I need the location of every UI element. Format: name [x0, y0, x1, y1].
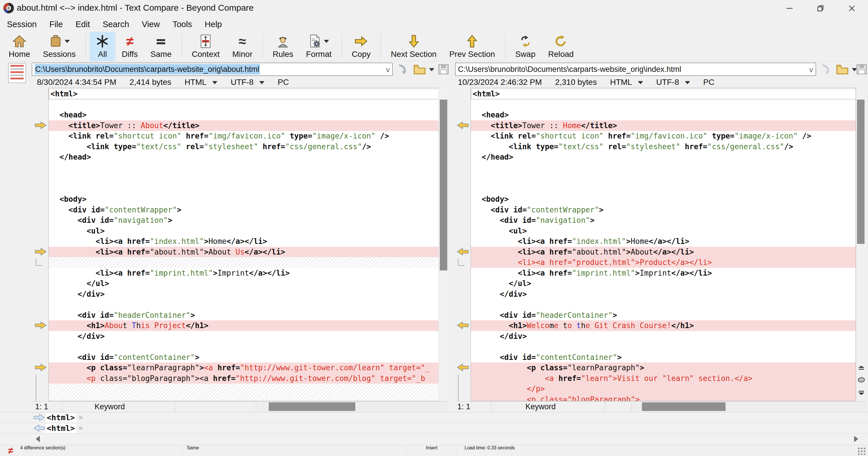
copy-to-right-arrow-icon[interactable] [34, 363, 47, 372]
code-line[interactable]: <li><a href="about.html">About</a></li> [471, 247, 856, 257]
right-vscroll-thumb[interactable] [857, 99, 865, 244]
right-hscroll-thumb[interactable] [642, 402, 725, 411]
left-encoding-select[interactable]: UTF-8 [231, 78, 253, 87]
code-line[interactable]: </div> [49, 331, 439, 342]
code-line[interactable]: <p class="learnParagraph"> [471, 363, 856, 373]
code-line[interactable]: </ul> [49, 278, 439, 289]
code-line[interactable]: <div id="contentContainer"> [471, 352, 856, 363]
code-line[interactable]: <link rel="shortcut icon" href="img/favi… [49, 131, 439, 141]
code-line[interactable]: </div> [471, 331, 856, 342]
toolbar-context-button[interactable]: Context [185, 32, 226, 61]
left-format-caret-icon[interactable] [212, 81, 217, 84]
code-line[interactable]: <a href="learn">Visit our "learn" sectio… [471, 373, 856, 384]
menu-search[interactable]: Search [96, 17, 135, 31]
code-line[interactable] [471, 99, 856, 110]
code-line[interactable]: <li><a href="index.html">Home</a></li> [471, 236, 856, 247]
restore-button[interactable] [807, 0, 834, 17]
toolbar-sessions-button[interactable]: Sessions [37, 32, 82, 61]
dropdown-caret-icon[interactable] [65, 40, 70, 43]
code-line[interactable]: </ul> [471, 278, 856, 289]
copy-to-right-arrow-icon[interactable] [34, 248, 47, 256]
code-line[interactable]: <li><a href="index.html">Home</a></li> [49, 236, 439, 247]
copy-to-left-arrow-icon[interactable] [456, 363, 469, 372]
code-line[interactable]: <title>Tower :: About</title> [49, 120, 439, 131]
toolbar-reload-button[interactable]: Reload [542, 32, 580, 61]
code-line[interactable]: <body> [471, 194, 856, 205]
toolbar-swap-button[interactable]: Swap [509, 32, 542, 61]
copy-to-left-arrow-icon[interactable] [456, 248, 469, 256]
left-goto-arrow-icon[interactable] [397, 63, 409, 76]
minimize-button[interactable] [776, 0, 803, 17]
code-line[interactable] [49, 341, 439, 352]
detail-row[interactable]: <html>¤ [0, 412, 868, 423]
left-hscroll-thumb[interactable] [269, 402, 355, 411]
code-line[interactable]: <li><a href="imprint.html">Imprint</a></… [49, 268, 439, 279]
code-line[interactable]: <p class="blogParagraph"> [471, 394, 856, 401]
code-line[interactable] [49, 163, 439, 173]
right-path-history-dropdown-icon[interactable]: v [806, 65, 816, 75]
left-path-history-dropdown-icon[interactable]: v [383, 65, 393, 75]
left-save-file-icon[interactable] [437, 63, 450, 76]
detail-row[interactable]: <html>¤ [0, 423, 868, 434]
code-line[interactable]: <div id="headerContainer"> [471, 310, 856, 321]
toolbar-all-button[interactable]: All [89, 32, 115, 61]
code-line[interactable]: <li><a href="imprint.html">Imprint</a></… [471, 268, 856, 279]
right-format-select[interactable]: HTML [610, 78, 632, 87]
left-browse-folder-icon[interactable] [413, 63, 426, 76]
code-line[interactable]: <p class="blogParagraph"><a href="http:/… [49, 373, 439, 384]
code-line[interactable]: <div id="navigation"> [49, 215, 439, 226]
detail-scroll-right-icon[interactable] [854, 436, 858, 442]
code-line[interactable]: <div id="navigation"> [471, 215, 856, 226]
toolbar-home-button[interactable]: Home [2, 32, 37, 61]
toolbar-diffs-button[interactable]: ≠Diffs [115, 32, 144, 61]
right-lineending-select[interactable]: PC [703, 78, 715, 87]
copy-to-right-arrow-icon[interactable] [34, 321, 47, 330]
code-line[interactable]: </div> [49, 289, 439, 300]
left-path-input[interactable]: C:\Users\brunobrito\Documents\carparts-w… [32, 63, 393, 76]
code-line[interactable]: <div id="contentWrapper"> [49, 205, 439, 215]
left-vscroll-thumb[interactable] [440, 99, 447, 270]
code-line[interactable]: </div> [471, 289, 856, 300]
right-browse-folder-icon[interactable] [836, 63, 849, 76]
left-lineending-select[interactable]: PC [278, 78, 289, 87]
left-vertical-scrollbar[interactable] [439, 87, 448, 401]
toolbar-prev-section-button[interactable]: Prev Section [443, 32, 501, 61]
dropdown-caret-icon[interactable] [324, 40, 329, 43]
code-line[interactable]: </p> [471, 383, 856, 394]
code-line[interactable] [471, 183, 856, 194]
code-line[interactable]: <ul> [49, 226, 439, 236]
detail-scroll-left-icon[interactable] [36, 436, 40, 442]
left-browse-caret-icon[interactable] [429, 68, 434, 71]
right-encoding-caret-icon[interactable] [685, 81, 690, 84]
code-line[interactable]: <head> [49, 110, 439, 120]
code-line[interactable]: <li><a href="about.html">About Us</a></l… [49, 247, 439, 257]
menu-session[interactable]: Session [1, 17, 43, 31]
right-horizontal-scrollbar[interactable] [632, 402, 866, 411]
right-encoding-select[interactable]: UTF-8 [656, 78, 679, 87]
right-goto-arrow-icon[interactable] [820, 63, 833, 76]
copy-to-left-arrow-icon[interactable] [456, 321, 469, 330]
code-line[interactable]: <li><a href="product.html">Product</a></… [471, 257, 856, 268]
right-save-file-icon[interactable] [855, 63, 868, 76]
menu-view[interactable]: View [135, 17, 166, 31]
prev-difference-icon[interactable] [857, 365, 866, 372]
left-code-pane[interactable]: <html> <head> <title>Tower :: About</tit… [49, 87, 439, 401]
current-position-icon[interactable] [857, 377, 866, 384]
toolbar-minor-button[interactable]: ≈Minor [226, 32, 259, 61]
code-line[interactable]: <div id="contentWrapper"> [471, 205, 856, 215]
code-line[interactable]: <body> [49, 194, 439, 205]
close-button[interactable] [838, 0, 865, 17]
code-line[interactable]: <p class="learnParagraph"><a href="http:… [49, 363, 439, 373]
right-code-pane[interactable]: <html> <head> <title>Tower :: Home</titl… [471, 87, 856, 401]
code-line[interactable] [49, 99, 439, 110]
code-line[interactable]: <h1>Welcome to the Git Crash Course!</h1… [471, 320, 856, 331]
code-line[interactable] [471, 163, 856, 173]
code-line[interactable]: <h1>About This Project</h1> [49, 320, 439, 331]
toolbar-format-button[interactable]: Format [300, 32, 338, 61]
code-line[interactable]: <link rel="shortcut icon" href="img/favi… [471, 131, 856, 141]
right-format-caret-icon[interactable] [638, 81, 643, 84]
menu-help[interactable]: Help [198, 17, 228, 31]
code-line[interactable]: <html> [49, 89, 439, 99]
menu-tools[interactable]: Tools [166, 17, 198, 31]
code-line[interactable] [471, 341, 856, 352]
